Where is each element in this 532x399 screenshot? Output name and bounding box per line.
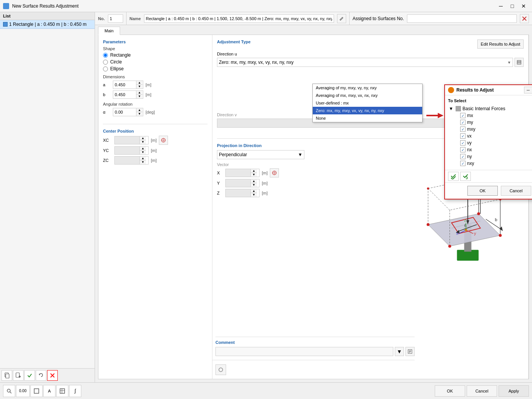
yc-row: YC ▲ ▼ [m] bbox=[103, 146, 207, 155]
dim-b-value[interactable] bbox=[113, 91, 136, 98]
xc-pick-btn[interactable] bbox=[159, 136, 168, 145]
tab-bar: Main bbox=[95, 25, 532, 35]
shape-radio-group: Rectangle Circle Ellipse bbox=[103, 52, 207, 71]
dialog-minimize-btn[interactable]: ─ bbox=[524, 87, 532, 93]
ok-btn[interactable]: OK bbox=[435, 385, 465, 397]
app-icon bbox=[3, 3, 9, 9]
dim-a-input[interactable]: ▲ ▼ bbox=[113, 81, 143, 89]
dialog-cancel-btn[interactable]: Cancel bbox=[501, 186, 531, 196]
tree-checkbox-ny[interactable] bbox=[460, 154, 466, 159]
dropdown-item-0[interactable]: Averaging of my, mxy, vy, ny, nxy bbox=[313, 84, 422, 92]
zc-input[interactable]: ▲ ▼ bbox=[114, 156, 149, 165]
comment-input[interactable] bbox=[216, 347, 393, 356]
comment-dropdown-btn[interactable]: ▼ bbox=[395, 347, 404, 356]
vector-x-down[interactable]: ▼ bbox=[251, 173, 257, 177]
tab-main[interactable]: Main bbox=[98, 27, 120, 35]
bottom-tool-rect[interactable] bbox=[30, 385, 43, 397]
list-item[interactable]: 1 Rectangle | a : 0.450 m | b : 0.450 m bbox=[0, 20, 95, 29]
dim-a-up[interactable]: ▲ bbox=[136, 81, 142, 85]
svg-text:z: z bbox=[464, 218, 467, 222]
tree-checkbox-mxy[interactable] bbox=[460, 127, 466, 132]
yc-unit: [m] bbox=[151, 148, 157, 153]
yc-input[interactable]: ▲ ▼ bbox=[114, 146, 149, 155]
dialog-ok-btn[interactable]: OK bbox=[467, 186, 498, 196]
vector-y-value[interactable] bbox=[226, 179, 250, 187]
vector-x-input[interactable]: ▲ ▼ bbox=[225, 169, 260, 177]
vector-z-value[interactable] bbox=[226, 189, 250, 197]
vector-y-input[interactable]: ▲ ▼ bbox=[225, 179, 260, 187]
assigned-input[interactable] bbox=[407, 14, 517, 23]
angular-group: Angular rotation α ▲ ▼ [deg] bbox=[103, 102, 207, 116]
tree-checkbox-nx[interactable] bbox=[460, 147, 466, 152]
tree-checkbox-mx[interactable] bbox=[460, 113, 466, 118]
yc-value[interactable] bbox=[115, 147, 139, 154]
xc-up[interactable]: ▲ bbox=[140, 136, 146, 140]
dialog-check-all-btn[interactable] bbox=[448, 172, 459, 181]
toolbar-new-btn[interactable] bbox=[13, 370, 24, 381]
dropdown-item-3[interactable]: Zero: mx, my, mxy, vx, vy, nx, ny, nxy bbox=[313, 107, 422, 114]
projection-dropdown[interactable]: Perpendicular ▼ bbox=[217, 150, 304, 159]
inner-toolbar-btn[interactable] bbox=[215, 364, 226, 375]
vector-z-up[interactable]: ▲ bbox=[251, 189, 257, 193]
yc-down[interactable]: ▼ bbox=[140, 150, 146, 154]
bottom-tool-search[interactable] bbox=[3, 385, 15, 397]
dim-b-up[interactable]: ▲ bbox=[136, 91, 142, 95]
vector-x-value[interactable] bbox=[226, 169, 250, 177]
tree-checkbox-my[interactable] bbox=[460, 120, 466, 125]
dropdown-item-1[interactable]: Averaging of mx, mxy, vx, nx, nxy bbox=[313, 92, 422, 99]
vector-y-label: Y bbox=[217, 181, 223, 185]
bottom-tool-formula[interactable]: ∫ bbox=[69, 385, 81, 397]
dropdown-item-4[interactable]: None bbox=[313, 114, 422, 122]
dim-a-value[interactable] bbox=[113, 81, 136, 89]
vector-z-down[interactable]: ▼ bbox=[251, 193, 257, 197]
tree-root-checkbox[interactable] bbox=[456, 106, 461, 111]
shape-ellipse[interactable]: Ellipse bbox=[103, 66, 207, 71]
alpha-input[interactable]: ▲ ▼ bbox=[113, 108, 143, 116]
vector-z-input[interactable]: ▲ ▼ bbox=[225, 189, 260, 197]
zc-value[interactable] bbox=[115, 157, 139, 164]
shape-label: Shape bbox=[103, 46, 207, 51]
toolbar-check-btn[interactable] bbox=[24, 370, 35, 381]
close-button[interactable]: ✕ bbox=[518, 2, 529, 10]
toolbar-copy-btn[interactable] bbox=[2, 370, 12, 381]
dialog-uncheck-all-btn[interactable] bbox=[460, 172, 471, 181]
yc-up[interactable]: ▲ bbox=[140, 147, 146, 150]
maximize-button[interactable]: □ bbox=[507, 2, 518, 10]
tree-checkbox-vx[interactable] bbox=[460, 133, 466, 139]
zc-down[interactable]: ▼ bbox=[140, 160, 146, 164]
dim-b-input[interactable]: ▲ ▼ bbox=[113, 90, 143, 99]
xc-down[interactable]: ▼ bbox=[140, 140, 146, 144]
assigned-clear-btn[interactable] bbox=[520, 14, 529, 23]
params-panel: Parameters Shape Rectangle Circle bbox=[98, 35, 212, 379]
minimize-button[interactable]: ─ bbox=[496, 2, 506, 10]
tree-checkbox-vy[interactable] bbox=[460, 140, 466, 146]
xc-input[interactable]: ▲ ▼ bbox=[114, 136, 149, 144]
alpha-down[interactable]: ▼ bbox=[136, 112, 142, 116]
vector-x-up[interactable]: ▲ bbox=[251, 169, 257, 173]
dropdown-item-2[interactable]: User-defined : mx bbox=[313, 99, 422, 107]
name-edit-btn[interactable] bbox=[337, 14, 346, 23]
dim-a-down[interactable]: ▼ bbox=[136, 85, 142, 89]
bottom-tool-text[interactable]: A bbox=[43, 385, 55, 397]
xc-unit: [m] bbox=[151, 138, 157, 142]
zc-up[interactable]: ▲ bbox=[140, 157, 146, 160]
no-input[interactable] bbox=[108, 14, 123, 23]
tree-expander[interactable]: ▼ bbox=[448, 106, 454, 111]
alpha-up[interactable]: ▲ bbox=[136, 108, 142, 112]
name-input[interactable] bbox=[144, 14, 334, 23]
shape-rectangle[interactable]: Rectangle bbox=[103, 52, 207, 58]
vector-y-up[interactable]: ▲ bbox=[251, 179, 257, 183]
xc-value[interactable] bbox=[115, 136, 139, 144]
dim-b-down[interactable]: ▼ bbox=[136, 95, 142, 98]
bottom-tool-value[interactable]: 0.00 bbox=[16, 385, 30, 397]
alpha-value[interactable] bbox=[113, 108, 136, 116]
bottom-tool-grid[interactable] bbox=[56, 385, 68, 397]
toolbar-undo-btn[interactable] bbox=[36, 370, 46, 381]
shape-circle[interactable]: Circle bbox=[103, 59, 207, 65]
tree-checkbox-nxy[interactable] bbox=[460, 161, 466, 166]
toolbar-delete-btn[interactable] bbox=[47, 370, 58, 381]
apply-btn[interactable]: Apply bbox=[499, 385, 529, 397]
vector-y-down[interactable]: ▼ bbox=[251, 183, 257, 187]
cancel-btn[interactable]: Cancel bbox=[467, 385, 497, 397]
vector-pick-btn[interactable] bbox=[270, 168, 279, 177]
